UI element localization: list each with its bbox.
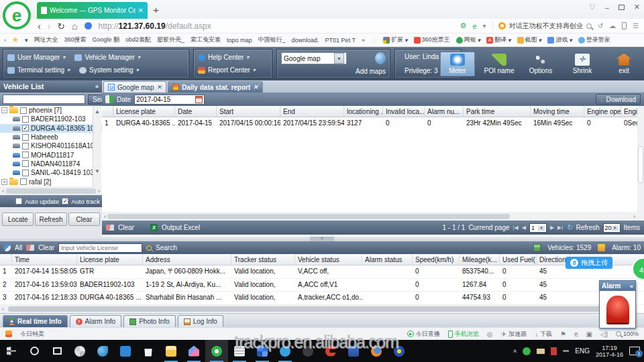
- scroll-right-icon[interactable]: [633, 213, 635, 220]
- reload-icon[interactable]: [57, 21, 65, 31]
- tiles-app[interactable]: [251, 340, 274, 362]
- mode-dropdown-icon[interactable]: [483, 22, 486, 29]
- bottom-search-button[interactable]: Search: [156, 244, 177, 251]
- tree-horizontal-scrollbar[interactable]: [0, 186, 102, 195]
- tree-item[interactable]: MOHAD11817: [0, 150, 102, 159]
- bookmark-item[interactable]: topo map: [227, 37, 252, 44]
- scroll-right-icon[interactable]: [98, 188, 100, 194]
- footer-clear-button[interactable]: Clear: [118, 224, 134, 231]
- minimize-button[interactable]: [605, 3, 609, 11]
- tab-realtime-info[interactable]: Real time Info: [3, 315, 68, 327]
- pinwheel-app[interactable]: [68, 340, 91, 362]
- poi-name-button[interactable]: POI name: [482, 54, 517, 74]
- site-settings-icon[interactable]: [460, 21, 467, 30]
- col-header[interactable]: Date: [175, 106, 217, 117]
- new-tab-button[interactable]: +: [153, 4, 159, 15]
- proxy-icon[interactable]: ◎: [487, 330, 493, 338]
- col-header[interactable]: License plate: [113, 106, 175, 117]
- vehicle-checkbox[interactable]: [22, 143, 29, 149]
- history-icon[interactable]: [598, 22, 603, 29]
- scroll-down-icon[interactable]: [95, 168, 100, 174]
- menu-report-center[interactable]: Report Center: [198, 66, 256, 74]
- info-horizontal-scrollbar[interactable]: [0, 305, 637, 313]
- action-center-icon[interactable]: 1: [629, 347, 640, 355]
- home-icon[interactable]: [72, 21, 77, 31]
- map-select-dropdown-icon[interactable]: [334, 53, 344, 64]
- home-app[interactable]: [182, 340, 205, 362]
- col-header[interactable]: License plate: [77, 254, 143, 265]
- collapse-node-icon[interactable]: −: [1, 107, 7, 113]
- red-c-app[interactable]: [319, 340, 342, 362]
- report-row[interactable]: 1 DURGA 40-18365 ... 2017-04-15 2017/04/…: [102, 117, 637, 129]
- scroll-left-icon[interactable]: [2, 188, 4, 194]
- all-button[interactable]: All: [15, 244, 22, 251]
- live-link[interactable]: ▶今日直播: [407, 330, 440, 339]
- search-box[interactable]: 对话王功权不支持再创业: [492, 21, 592, 31]
- alarm-popup-header[interactable]: Alarm«: [600, 281, 635, 291]
- tray-expand-icon[interactable]: ˄: [513, 348, 517, 355]
- col-header[interactable]: locationing ...: [344, 106, 383, 117]
- ie-mode-icon[interactable]: e: [574, 330, 578, 338]
- alarm-popup-pin-icon[interactable]: «: [630, 283, 633, 290]
- tree-vertical-scrollbar[interactable]: [93, 106, 101, 186]
- bookmarks-overflow-icon[interactable]: »: [362, 37, 365, 44]
- menu-vehicle-manager[interactable]: Vehicle Manager: [74, 54, 140, 61]
- bookmark-item[interactable]: 塑胶外壳_: [157, 36, 184, 44]
- col-header[interactable]: Invalid loca...: [383, 106, 425, 117]
- close-button[interactable]: [634, 3, 640, 11]
- scroll-left-icon[interactable]: [2, 306, 4, 312]
- extension-extensions[interactable]: 扩展: [383, 36, 408, 44]
- menu-user-manager[interactable]: User Manager: [7, 54, 65, 61]
- calculator-app[interactable]: [228, 340, 251, 362]
- panel-collapse-icon[interactable]: «: [95, 83, 99, 90]
- menu-terminal-setting[interactable]: Terminal setting: [7, 66, 70, 74]
- download-button[interactable]: Download: [596, 94, 641, 105]
- mobile-icon[interactable]: [622, 22, 627, 29]
- col-header[interactable]: Park time: [464, 106, 531, 117]
- scrollbar-thumb[interactable]: [107, 214, 510, 219]
- back-icon[interactable]: [38, 21, 41, 31]
- extension-login-manager[interactable]: 登录管家: [578, 36, 610, 44]
- bookmark-star-icon[interactable]: ★: [12, 36, 19, 44]
- col-header[interactable]: Alarm status: [362, 254, 413, 265]
- forward-icon[interactable]: [48, 21, 51, 31]
- keyboard-icon[interactable]: [537, 349, 545, 354]
- page-select[interactable]: 1: [529, 223, 547, 233]
- report-horizontal-scrollbar[interactable]: [102, 212, 637, 221]
- tab-daily-report[interactable]: Daily data stat. report: [168, 81, 263, 93]
- menu-icon[interactable]: [633, 22, 639, 29]
- tab-close-icon[interactable]: [138, 7, 144, 14]
- tab-photo-info[interactable]: Photo Info: [123, 315, 176, 327]
- page-size-select[interactable]: 20: [603, 223, 621, 233]
- add-maps-label[interactable]: Add maps: [356, 68, 386, 75]
- skin-icon[interactable]: [589, 3, 596, 11]
- col-header[interactable]: Start: [217, 106, 280, 117]
- col-header[interactable]: Used Fuel(...: [500, 254, 537, 265]
- locate-button[interactable]: Locate: [2, 213, 34, 226]
- messenger-app[interactable]: [274, 340, 297, 362]
- tab-alarm-info[interactable]: !Alarm Info: [70, 315, 122, 327]
- auto-update-label[interactable]: Auto update: [25, 198, 59, 205]
- file-explorer-app[interactable]: [160, 340, 182, 362]
- tree-group-rafal[interactable]: + rafal [2]: [0, 177, 102, 186]
- meter-button[interactable]: Meter: [440, 52, 475, 76]
- bottom-clear-button[interactable]: Clear: [38, 244, 54, 251]
- next-page-icon[interactable]: [550, 225, 554, 231]
- options-button[interactable]: Options: [523, 54, 558, 74]
- info-row[interactable]: 2 2017-04-16 13:59:03 BADER11902-103 1-1…: [0, 279, 644, 292]
- browser-tab[interactable]: Welcome --- GPS Monitor Center: [37, 2, 148, 19]
- menu-system-setting[interactable]: System setting: [79, 66, 139, 74]
- browser-logo-icon[interactable]: e: [3, 1, 31, 29]
- cup-icon[interactable]: [551, 347, 557, 355]
- bookmark-item[interactable]: download.: [292, 37, 319, 44]
- extension-games[interactable]: 游戏: [547, 36, 572, 44]
- extension-screenshot[interactable]: 截图: [517, 36, 542, 44]
- exit-button[interactable]: exit: [606, 54, 641, 74]
- bookmark-item[interactable]: 360搜索: [64, 36, 86, 44]
- language-indicator[interactable]: ENG: [575, 347, 590, 355]
- vehicle-checkbox[interactable]: ✓: [22, 125, 29, 131]
- maximize-button[interactable]: [619, 3, 625, 11]
- zoom-control[interactable]: 100%: [616, 330, 639, 337]
- last-page-icon[interactable]: ▶|: [557, 225, 563, 231]
- flag-icon[interactable]: [560, 330, 566, 338]
